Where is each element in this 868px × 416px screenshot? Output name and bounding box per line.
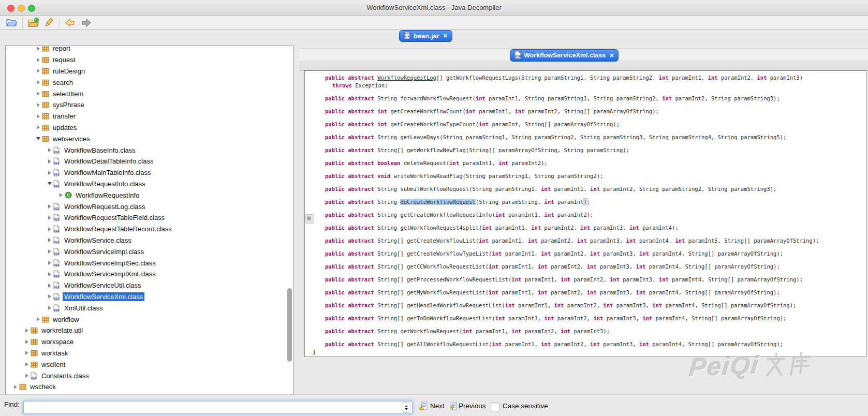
tree-item[interactable]: selectItem: [6, 88, 293, 99]
case-sensitive-checkbox[interactable]: [491, 403, 499, 411]
disclosure-arrow[interactable]: [35, 125, 42, 129]
tree-item[interactable]: worktask: [6, 348, 293, 359]
disclosure-arrow[interactable]: [12, 385, 19, 389]
disclosure-arrow[interactable]: [35, 317, 42, 321]
tree-item[interactable]: wsclient: [6, 359, 293, 370]
close-icon[interactable]: ✕: [609, 53, 614, 58]
code-line: public abstract String[] getMyWorkflowRe…: [313, 289, 863, 296]
find-previous-button[interactable]: Previous: [459, 402, 486, 410]
disclosure-arrow[interactable]: [46, 306, 53, 310]
tree-item[interactable]: 010WorkflowDetailTableInfo.class: [6, 156, 293, 167]
disclosure-arrow[interactable]: [35, 58, 42, 62]
disclosure-arrow[interactable]: [46, 171, 53, 175]
tree-item[interactable]: transfer: [6, 111, 293, 122]
disclosure-arrow[interactable]: [23, 374, 31, 378]
tree-item[interactable]: 010WorkflowServiceImpl.class: [6, 246, 293, 257]
disclosure-arrow[interactable]: [57, 193, 65, 197]
disclosure-arrow[interactable]: [46, 216, 53, 220]
disclosure-arrow[interactable]: [46, 204, 53, 209]
tree-item[interactable]: 010WorkflowBaseInfo.class: [6, 144, 293, 156]
open-type-icon[interactable]: [27, 17, 39, 28]
classfile-icon: 010: [53, 259, 63, 267]
forward-icon[interactable]: [80, 17, 92, 28]
tree-item[interactable]: search: [6, 77, 293, 88]
tree-item[interactable]: 010WorkflowRequestTableField.class: [6, 212, 293, 224]
code-line: public abstract String[] getToDoWorkflow…: [313, 315, 863, 322]
tree-item[interactable]: 010WorkflowRequestInfo.class: [6, 179, 293, 190]
package-tree-panel[interactable]: reportrequestruleDesignsearchselectItems…: [5, 46, 293, 394]
tree-item[interactable]: workflow: [6, 314, 293, 325]
tree-item[interactable]: 010WorkflowService.class: [6, 235, 293, 246]
disclosure-arrow[interactable]: [46, 182, 53, 185]
tree-scrollbar-thumb[interactable]: [287, 288, 292, 362]
tab-workflowservicexml-class[interactable]: 010 WorkflowServiceXml.class ✕: [510, 49, 619, 62]
classfile-icon: 010: [53, 293, 63, 301]
disclosure-arrow[interactable]: [23, 329, 31, 333]
decompiled-source-panel[interactable]: public abstract WorkflowRequestLog[] get…: [304, 70, 866, 357]
tree-item-label: WorkflowServiceImpl.class: [63, 247, 145, 256]
classfile-icon: 010: [514, 51, 521, 61]
disclosure-arrow[interactable]: [23, 340, 31, 344]
disclosure-arrow[interactable]: [46, 249, 53, 254]
tree-item[interactable]: report: [6, 46, 293, 54]
tree-item[interactable]: 010WorkflowMainTableInfo.class: [6, 167, 293, 179]
find-next-button[interactable]: Next: [430, 402, 445, 410]
find-input[interactable]: [23, 401, 413, 414]
disclosure-arrow[interactable]: [46, 284, 53, 288]
tree-item[interactable]: webservices: [6, 133, 293, 144]
package-icon: [42, 79, 51, 86]
tree-item-label: XmlUtil.class: [63, 304, 104, 313]
disclosure-arrow[interactable]: [23, 351, 31, 355]
tree-item[interactable]: 010WorkflowServiceUtil.class: [6, 280, 293, 291]
open-file-icon[interactable]: [5, 17, 18, 28]
package-icon: [42, 91, 51, 97]
back-icon[interactable]: [64, 17, 77, 28]
tree-item[interactable]: 010WorkflowServiceImplXml.class: [6, 269, 293, 280]
disclosure-arrow[interactable]: [35, 92, 42, 96]
case-sensitive-label[interactable]: Case sensitive: [503, 402, 548, 410]
disclosure-arrow[interactable]: [35, 103, 42, 107]
tree-item[interactable]: 010WorkflowRequestLog.class: [6, 201, 293, 212]
disclosure-arrow[interactable]: [46, 272, 53, 276]
find-next-icon[interactable]: [419, 402, 428, 411]
classfile-icon: 010: [53, 169, 63, 176]
tree-item[interactable]: 010WorkflowServiceXml.class: [6, 291, 293, 303]
tree-item[interactable]: CWorkflowRequestInfo: [6, 189, 293, 201]
search-icon[interactable]: [42, 17, 55, 28]
tree-item[interactable]: wscheck: [6, 381, 293, 393]
disclosure-arrow[interactable]: [35, 69, 42, 73]
tree-item[interactable]: workspace: [6, 336, 293, 348]
disclosure-arrow[interactable]: [35, 47, 42, 51]
disclosure-arrow[interactable]: [23, 362, 31, 366]
tree-item[interactable]: 010WorkflowServiceImplSec.class: [6, 257, 293, 269]
svg-text:010: 010: [54, 308, 59, 311]
tree-item[interactable]: 010WorkflowRequestTableRecord.class: [6, 224, 293, 235]
type-link[interactable]: WorkflowRequestLog: [377, 75, 436, 81]
package-icon: [42, 316, 51, 323]
disclosure-arrow[interactable]: [46, 148, 53, 152]
disclosure-arrow[interactable]: [35, 137, 42, 140]
splitter-handle[interactable]: [305, 214, 314, 224]
disclosure-arrow[interactable]: [46, 261, 53, 265]
tree-item[interactable]: 010XmlUtil.class: [6, 302, 293, 314]
code-editor[interactable]: public abstract WorkflowRequestLog[] get…: [305, 71, 866, 356]
disclosure-arrow[interactable]: [35, 114, 42, 118]
tree-item[interactable]: ruleDesign: [6, 66, 293, 77]
disclosure-arrow[interactable]: [35, 80, 42, 84]
tree-item-label: request: [51, 55, 77, 64]
tree-item[interactable]: sysPhrase: [6, 99, 293, 111]
find-history-stepper[interactable]: [402, 402, 410, 413]
disclosure-arrow[interactable]: [46, 238, 53, 242]
find-previous-icon[interactable]: [449, 402, 457, 411]
svg-text:010: 010: [54, 206, 59, 210]
tree-item[interactable]: 010Constants.class: [6, 370, 293, 381]
disclosure-arrow[interactable]: [46, 227, 53, 231]
disclosure-arrow[interactable]: [46, 294, 53, 299]
disclosure-arrow[interactable]: [46, 159, 53, 164]
tree-item[interactable]: workrelate.util: [6, 325, 293, 336]
tree-item[interactable]: request: [6, 54, 293, 66]
classfile-icon: 010: [31, 372, 40, 380]
close-icon[interactable]: ✕: [443, 33, 448, 39]
tab-bean-jar[interactable]: 010 bean.jar ✕: [399, 30, 452, 42]
tree-item[interactable]: updates: [6, 122, 293, 133]
